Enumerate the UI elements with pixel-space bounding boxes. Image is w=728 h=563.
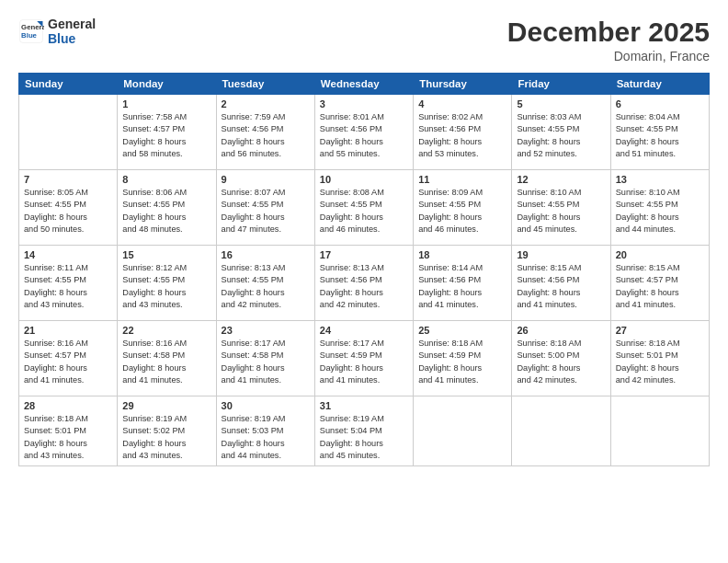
day-info: Sunrise: 8:18 AM Sunset: 5:00 PM Dayligh… bbox=[517, 338, 605, 386]
day-number: 19 bbox=[517, 249, 605, 260]
month-title: December 2025 bbox=[507, 17, 710, 47]
table-row: 2Sunrise: 7:59 AM Sunset: 4:56 PM Daylig… bbox=[216, 95, 314, 170]
day-info: Sunrise: 8:19 AM Sunset: 5:04 PM Dayligh… bbox=[320, 413, 408, 462]
table-row bbox=[414, 396, 512, 466]
location: Domarin, France bbox=[507, 49, 710, 63]
table-row: 15Sunrise: 8:12 AM Sunset: 4:55 PM Dayli… bbox=[118, 246, 216, 321]
svg-text:Blue: Blue bbox=[21, 31, 38, 40]
day-info: Sunrise: 8:15 AM Sunset: 4:57 PM Dayligh… bbox=[616, 262, 704, 311]
day-number: 11 bbox=[418, 174, 506, 185]
table-row: 10Sunrise: 8:08 AM Sunset: 4:55 PM Dayli… bbox=[314, 170, 413, 246]
day-number: 26 bbox=[517, 325, 605, 336]
header-friday: Friday bbox=[512, 74, 610, 95]
day-number: 24 bbox=[320, 325, 408, 336]
week-row-3: 14Sunrise: 8:11 AM Sunset: 4:55 PM Dayli… bbox=[19, 246, 710, 321]
day-number: 9 bbox=[222, 174, 310, 185]
table-row: 9Sunrise: 8:07 AM Sunset: 4:55 PM Daylig… bbox=[216, 170, 314, 246]
table-row: 1Sunrise: 7:58 AM Sunset: 4:57 PM Daylig… bbox=[118, 95, 216, 170]
day-number: 8 bbox=[122, 174, 210, 185]
table-row: 31Sunrise: 8:19 AM Sunset: 5:04 PM Dayli… bbox=[314, 396, 413, 466]
table-row: 6Sunrise: 8:04 AM Sunset: 4:55 PM Daylig… bbox=[610, 95, 709, 170]
table-row: 13Sunrise: 8:10 AM Sunset: 4:55 PM Dayli… bbox=[610, 170, 709, 246]
logo-line1: General bbox=[48, 17, 96, 31]
day-number: 7 bbox=[24, 174, 112, 185]
day-info: Sunrise: 7:58 AM Sunset: 4:57 PM Dayligh… bbox=[122, 111, 210, 160]
title-block: December 2025 Domarin, France bbox=[507, 17, 710, 63]
day-info: Sunrise: 8:02 AM Sunset: 4:56 PM Dayligh… bbox=[418, 111, 506, 160]
day-info: Sunrise: 8:19 AM Sunset: 5:02 PM Dayligh… bbox=[122, 413, 210, 462]
logo-line2: Blue bbox=[48, 31, 96, 46]
day-number: 22 bbox=[122, 325, 210, 336]
day-info: Sunrise: 8:10 AM Sunset: 4:55 PM Dayligh… bbox=[616, 187, 704, 236]
day-info: Sunrise: 8:16 AM Sunset: 4:57 PM Dayligh… bbox=[24, 338, 112, 386]
day-info: Sunrise: 8:18 AM Sunset: 5:01 PM Dayligh… bbox=[24, 413, 112, 462]
day-info: Sunrise: 8:06 AM Sunset: 4:55 PM Dayligh… bbox=[122, 187, 210, 236]
header-monday: Monday bbox=[118, 74, 216, 95]
page: General Blue General Blue December 2025 … bbox=[0, 0, 728, 563]
table-row: 3Sunrise: 8:01 AM Sunset: 4:56 PM Daylig… bbox=[314, 95, 413, 170]
day-number: 29 bbox=[122, 400, 210, 411]
day-info: Sunrise: 8:15 AM Sunset: 4:56 PM Dayligh… bbox=[517, 262, 605, 311]
week-row-5: 28Sunrise: 8:18 AM Sunset: 5:01 PM Dayli… bbox=[19, 396, 710, 466]
day-number: 6 bbox=[616, 98, 704, 109]
day-number: 27 bbox=[616, 325, 704, 336]
day-info: Sunrise: 8:14 AM Sunset: 4:56 PM Dayligh… bbox=[418, 262, 506, 311]
logo-icon: General Blue bbox=[18, 18, 44, 44]
day-number: 17 bbox=[320, 249, 408, 260]
table-row: 19Sunrise: 8:15 AM Sunset: 4:56 PM Dayli… bbox=[512, 246, 610, 321]
table-row: 5Sunrise: 8:03 AM Sunset: 4:55 PM Daylig… bbox=[512, 95, 610, 170]
table-row: 24Sunrise: 8:17 AM Sunset: 4:59 PM Dayli… bbox=[314, 321, 413, 396]
week-row-2: 7Sunrise: 8:05 AM Sunset: 4:55 PM Daylig… bbox=[19, 170, 710, 246]
table-row: 14Sunrise: 8:11 AM Sunset: 4:55 PM Dayli… bbox=[19, 246, 118, 321]
table-row: 20Sunrise: 8:15 AM Sunset: 4:57 PM Dayli… bbox=[610, 246, 709, 321]
day-number: 3 bbox=[320, 98, 408, 109]
day-info: Sunrise: 8:11 AM Sunset: 4:55 PM Dayligh… bbox=[24, 262, 112, 311]
day-number: 16 bbox=[222, 249, 310, 260]
day-info: Sunrise: 8:08 AM Sunset: 4:55 PM Dayligh… bbox=[320, 187, 408, 236]
day-number: 13 bbox=[616, 174, 704, 185]
day-number: 10 bbox=[320, 174, 408, 185]
table-row: 8Sunrise: 8:06 AM Sunset: 4:55 PM Daylig… bbox=[118, 170, 216, 246]
header-tuesday: Tuesday bbox=[216, 74, 314, 95]
table-row: 26Sunrise: 8:18 AM Sunset: 5:00 PM Dayli… bbox=[512, 321, 610, 396]
day-info: Sunrise: 8:17 AM Sunset: 4:59 PM Dayligh… bbox=[320, 338, 408, 386]
table-row: 17Sunrise: 8:13 AM Sunset: 4:56 PM Dayli… bbox=[314, 246, 413, 321]
day-number: 14 bbox=[24, 249, 112, 260]
table-row: 11Sunrise: 8:09 AM Sunset: 4:55 PM Dayli… bbox=[414, 170, 512, 246]
day-number: 1 bbox=[122, 98, 210, 109]
logo: General Blue General Blue bbox=[18, 17, 96, 46]
table-row: 12Sunrise: 8:10 AM Sunset: 4:55 PM Dayli… bbox=[512, 170, 610, 246]
weekday-header-row: Sunday Monday Tuesday Wednesday Thursday… bbox=[19, 74, 710, 95]
table-row: 21Sunrise: 8:16 AM Sunset: 4:57 PM Dayli… bbox=[19, 321, 118, 396]
day-info: Sunrise: 8:01 AM Sunset: 4:56 PM Dayligh… bbox=[320, 111, 408, 160]
day-number: 30 bbox=[222, 400, 310, 411]
header-saturday: Saturday bbox=[610, 74, 709, 95]
header-wednesday: Wednesday bbox=[314, 74, 413, 95]
table-row: 22Sunrise: 8:16 AM Sunset: 4:58 PM Dayli… bbox=[118, 321, 216, 396]
day-number: 20 bbox=[616, 249, 704, 260]
day-info: Sunrise: 8:10 AM Sunset: 4:55 PM Dayligh… bbox=[517, 187, 605, 236]
table-row bbox=[512, 396, 610, 466]
table-row: 23Sunrise: 8:17 AM Sunset: 4:58 PM Dayli… bbox=[216, 321, 314, 396]
day-info: Sunrise: 8:09 AM Sunset: 4:55 PM Dayligh… bbox=[418, 187, 506, 236]
table-row: 27Sunrise: 8:18 AM Sunset: 5:01 PM Dayli… bbox=[610, 321, 709, 396]
table-row bbox=[610, 396, 709, 466]
table-row: 30Sunrise: 8:19 AM Sunset: 5:03 PM Dayli… bbox=[216, 396, 314, 466]
table-row: 18Sunrise: 8:14 AM Sunset: 4:56 PM Dayli… bbox=[414, 246, 512, 321]
table-row bbox=[19, 95, 118, 170]
day-number: 2 bbox=[222, 98, 310, 109]
day-info: Sunrise: 8:04 AM Sunset: 4:55 PM Dayligh… bbox=[616, 111, 704, 160]
week-row-4: 21Sunrise: 8:16 AM Sunset: 4:57 PM Dayli… bbox=[19, 321, 710, 396]
day-info: Sunrise: 8:16 AM Sunset: 4:58 PM Dayligh… bbox=[122, 338, 210, 386]
day-number: 21 bbox=[24, 325, 112, 336]
week-row-1: 1Sunrise: 7:58 AM Sunset: 4:57 PM Daylig… bbox=[19, 95, 710, 170]
table-row: 7Sunrise: 8:05 AM Sunset: 4:55 PM Daylig… bbox=[19, 170, 118, 246]
day-info: Sunrise: 8:17 AM Sunset: 4:58 PM Dayligh… bbox=[222, 338, 310, 386]
day-info: Sunrise: 8:13 AM Sunset: 4:55 PM Dayligh… bbox=[222, 262, 310, 311]
day-info: Sunrise: 8:18 AM Sunset: 5:01 PM Dayligh… bbox=[616, 338, 704, 386]
header-sunday: Sunday bbox=[19, 74, 118, 95]
day-number: 18 bbox=[418, 249, 506, 260]
day-number: 15 bbox=[122, 249, 210, 260]
day-number: 5 bbox=[517, 98, 605, 109]
day-number: 4 bbox=[418, 98, 506, 109]
